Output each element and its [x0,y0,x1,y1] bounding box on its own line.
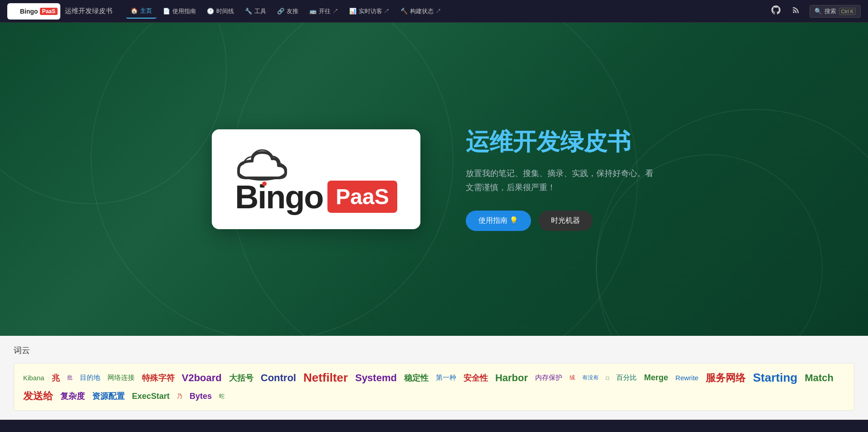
word-execstart[interactable]: ExecStart [132,392,170,401]
nav-tools[interactable]: 🔧 工具 [240,5,271,18]
hero-logo-wrap: Bingo PaaS [235,145,397,213]
brand-title: 运维开发绿皮书 [65,7,112,15]
build-icon: 🔨 [400,8,408,15]
rss-icon[interactable] [790,4,802,19]
word-complexity[interactable]: 复杂度 [60,391,85,402]
svg-point-0 [793,11,795,13]
word-servicenet[interactable]: 服务网络 [706,371,746,385]
word-memprotect[interactable]: 内存保护 [535,373,562,382]
nav-realtime[interactable]: 📊 实时访客 ↗ [345,5,395,18]
search-icon: 🔍 [814,8,822,15]
nav-build[interactable]: 🔨 构建状态 ↗ [396,5,446,18]
home-icon: 🏠 [131,7,138,14]
word-starting[interactable]: Starting [753,371,797,385]
word-bytes[interactable]: Bytes [190,392,212,401]
word-sendto[interactable]: 发送给 [23,389,53,403]
brand: ☁ Bingo PaaS 运维开发绿皮书 [7,3,112,20]
cloud-icon: ☁ [10,6,18,16]
word-security[interactable]: 安全性 [463,373,488,383]
hero-text-area: 运维开发绿皮书 放置我的笔记、搜集、摘录、实践，保持好奇心。看文需谨慎，后果很严… [466,128,656,231]
word-v2board[interactable]: V2board [182,372,222,384]
time-button[interactable]: 时光机器 [538,211,593,231]
github-icon[interactable] [770,4,782,19]
guide-button[interactable]: 使用指南 💡 [466,211,531,231]
word-percent[interactable]: 百分比 [616,373,637,382]
word-pi[interactable]: 批 [67,374,73,382]
navbar: ☁ Bingo PaaS 运维开发绿皮书 🏠 主页 📄 使用指南 🕐 时间线 🔧… [0,0,868,23]
tool-icon: 🔧 [245,8,252,15]
word-rong[interactable]: 绒 [570,374,575,382]
nav-home[interactable]: 🏠 主页 [126,4,156,19]
wordcloud-container: Kibana 兆 批 目的地 网络连接 特殊字符 V2board 大括号 Con… [14,363,854,411]
search-button[interactable]: 🔍 搜索 Ctrl K [809,5,861,18]
hero-cloud-icon [235,145,289,183]
word-zhao[interactable]: 兆 [52,373,60,383]
hero-desc: 放置我的笔记、搜集、摘录、实践，保持好奇心。看文需谨慎，后果很严重！ [466,167,656,194]
word-kibana[interactable]: Kibana [23,374,44,382]
word-stability[interactable]: 稳定性 [404,373,429,383]
word-first[interactable]: 第一种 [436,373,456,382]
word-systemd[interactable]: Systemd [355,372,397,384]
word-square[interactable]: □ [606,375,609,381]
search-kbd: Ctrl K [839,8,856,15]
nav-open[interactable]: 🚌 开往 ↗ [305,5,343,18]
word-netconn[interactable]: 网络连接 [107,373,135,382]
hero-section: Bingo PaaS 运维开发绿皮书 放置我的笔记、搜集、摘录、实践，保持好奇心… [0,23,868,336]
bus-icon: 🚌 [309,8,317,15]
word-snake[interactable]: 蛇 [219,393,224,400]
word-control[interactable]: Control [261,372,296,384]
word-destination[interactable]: 目的地 [80,373,100,382]
word-match[interactable]: Match [805,372,834,384]
brand-logo: ☁ Bingo PaaS [7,3,60,20]
word-hasnot[interactable]: 有没有 [582,374,599,382]
wordcloud-section: 词云 Kibana 兆 批 目的地 网络连接 特殊字符 V2board 大括号 … [0,336,868,420]
word-harbor[interactable]: Harbor [495,372,528,384]
chart-icon: 📊 [349,8,356,15]
word-resconf[interactable]: 资源配置 [92,391,125,402]
hero-title: 运维开发绿皮书 [466,128,656,156]
word-special[interactable]: 特殊字符 [142,373,175,383]
doc-icon: 📄 [163,8,170,15]
hero-buttons: 使用指南 💡 时光机器 [466,211,656,231]
hero-bingo-text: Bingo [235,181,323,213]
navbar-right: 🔍 搜索 Ctrl K [770,4,861,19]
word-nai[interactable]: 乃 [177,393,182,400]
nav-timeline[interactable]: 🕐 时间线 [202,5,239,18]
nav-friends[interactable]: 🔗 友推 [273,5,303,18]
hero-logo-box: Bingo PaaS [212,129,420,229]
hero-content: Bingo PaaS 运维开发绿皮书 放置我的笔记、搜集、摘录、实践，保持好奇心… [212,128,656,231]
word-rewrite[interactable]: Rewrite [675,374,698,382]
wordcloud-title: 词云 [14,345,854,356]
brand-logo-bingo: Bingo [20,8,38,15]
nav-links: 🏠 主页 📄 使用指南 🕐 时间线 🔧 工具 🔗 友推 🚌 开往 ↗ 📊 实时访… [126,4,769,19]
clock-icon: 🕐 [207,8,214,15]
hero-paas-badge: PaaS [327,181,397,213]
word-netfilter[interactable]: Netfilter [303,371,348,385]
word-brace[interactable]: 大括号 [229,373,254,383]
word-merge[interactable]: Merge [644,373,668,383]
deco-circle-1 [0,23,227,204]
nav-guide[interactable]: 📄 使用指南 [158,5,200,18]
brand-logo-paas: PaaS [40,8,58,15]
link-icon: 🔗 [277,8,284,15]
